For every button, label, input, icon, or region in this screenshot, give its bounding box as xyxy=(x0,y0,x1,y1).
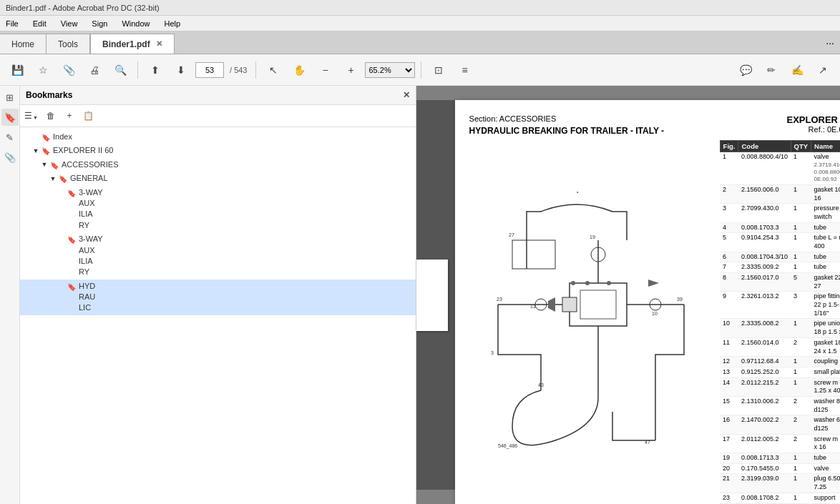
zoom-in-button[interactable]: + xyxy=(339,59,362,81)
cell-name: gasket 10.2 x 16 xyxy=(811,184,840,203)
main-area: ⊞ 🔖 ✎ 📎 Bookmarks ✕ ☰ 🗑 + 📋 🔖 Index ▼ xyxy=(0,86,840,504)
bookmark-icon: 🔖 xyxy=(67,282,76,291)
bookmarks-delete-button[interactable]: 🗑 xyxy=(43,108,59,124)
menu-view[interactable]: View xyxy=(58,18,81,29)
bookmark-icon: 🔖 xyxy=(50,161,59,169)
cell-code: 2.1560.014.0 xyxy=(738,337,791,356)
attach-button[interactable]: 📎 xyxy=(57,59,80,81)
bookmarks-add-button[interactable]: + xyxy=(62,108,77,124)
svg-text:43: 43 xyxy=(538,382,544,387)
table-row: 50.9104.254.31tube L = mm 400 xyxy=(720,233,840,252)
tab-home[interactable]: Home xyxy=(0,34,47,54)
cell-name: pressure switch xyxy=(811,204,840,222)
menu-window[interactable]: Window xyxy=(119,18,152,29)
bookmark-3way-2[interactable]: 🔖 3-WAYAUXILIARY xyxy=(20,232,416,280)
cell-code: 0.9104.254.3 xyxy=(738,233,791,252)
bookmark-hydraulic[interactable]: 🔖 HYDRAULIC xyxy=(20,280,416,315)
cell-name: small plate xyxy=(811,367,840,377)
table-row: 22.1560.006.01gasket 10.2 x 16 xyxy=(720,184,840,203)
menu-edit[interactable]: Edit xyxy=(30,18,49,29)
toolbar: 💾 ☆ 📎 🖨 🔍 ⬆ ⬇ / 543 ↖ ✋ − + 65.2% 50% 75… xyxy=(0,54,840,86)
cell-name: pipe fitting m 22 p 1.5-1 1/16" xyxy=(811,292,840,319)
draw-button[interactable]: ✏ xyxy=(760,59,783,81)
bookmark-icon: 🔖 xyxy=(41,133,50,142)
pdf-section: Section: ACCESSORIES xyxy=(469,114,664,123)
tab-home-label: Home xyxy=(11,39,34,49)
zoom-out-button[interactable]: − xyxy=(313,59,336,81)
tab-tools[interactable]: Tools xyxy=(47,34,90,54)
next-page-button[interactable]: ⬇ xyxy=(170,59,192,81)
zoom-select[interactable]: 65.2% 50% 75% 100% xyxy=(365,62,415,78)
save-button[interactable]: 💾 xyxy=(6,59,29,81)
print-button[interactable]: 🖨 xyxy=(83,59,106,81)
cell-code: 0.008.8800.4/10 xyxy=(738,152,791,185)
page-thumbnail xyxy=(416,260,448,331)
menu-sign[interactable]: Sign xyxy=(89,18,110,29)
bookmark-label: GENERAL xyxy=(70,173,413,184)
expand-icon[interactable] xyxy=(57,235,66,244)
page-number-input[interactable] xyxy=(195,62,224,78)
cell-name: washer 6, d125 xyxy=(811,415,840,434)
expand-icon[interactable]: ▼ xyxy=(31,147,40,155)
sidebar-signatures-icon[interactable]: ✎ xyxy=(1,129,19,146)
bookmarks-panel: Bookmarks ✕ ☰ 🗑 + 📋 🔖 Index ▼ 🔖 EXPLORER… xyxy=(20,86,416,504)
cell-code: 0.170.5455.0 xyxy=(738,463,791,474)
svg-text:546_486: 546_486 xyxy=(498,443,517,449)
sidebar-bookmarks-icon[interactable]: 🔖 xyxy=(1,109,19,126)
cell-qty: 2 xyxy=(791,396,811,415)
cell-fig: 15 xyxy=(720,396,738,415)
expand-icon[interactable]: ▼ xyxy=(49,174,57,183)
document-area: Section: ACCESSORIES HYDRAULIC BREAKING … xyxy=(416,86,841,504)
fit-page-button[interactable]: ⊡ xyxy=(427,59,450,81)
pdf-title-heading: HYDRAULIC BREAKING FOR TRAILER - ITALY - xyxy=(469,126,664,136)
bookmark-index[interactable]: 🔖 Index xyxy=(20,130,416,144)
bookmark-label: EXPLORER II 60 xyxy=(53,145,413,156)
tab-more-button[interactable]: ··· xyxy=(820,34,840,51)
menu-file[interactable]: File xyxy=(3,18,21,29)
bookmarks-menu-button[interactable]: ☰ xyxy=(24,108,40,124)
cell-fig: 8 xyxy=(720,273,738,292)
cell-code: 2.0112.005.2 xyxy=(738,434,791,453)
bookmark-general[interactable]: ▼ 🔖 GENERAL xyxy=(20,172,416,185)
cell-qty: 1 xyxy=(791,463,811,474)
cell-code: 2.1560.017.0 xyxy=(738,273,791,292)
cell-code: 0.008.1703.3 xyxy=(738,222,791,233)
cell-qty: 1 xyxy=(791,233,811,252)
table-row: 142.0112.215.21screw m 8 p 1.25 x 40 xyxy=(720,377,840,396)
svg-text:23: 23 xyxy=(497,297,502,302)
cell-qty: 2 xyxy=(791,434,811,453)
bookmark-button[interactable]: ☆ xyxy=(31,59,54,81)
bookmark-3way-1[interactable]: 🔖 3-WAYAUXILIARY xyxy=(20,186,416,233)
bookmark-accessories[interactable]: ▼ 🔖 ACCESSORIES xyxy=(20,158,416,172)
cell-qty: 2 xyxy=(791,415,811,434)
tab-file[interactable]: Binder1.pdf ✕ xyxy=(90,34,175,54)
expand-icon[interactable] xyxy=(31,133,40,142)
table-row: 162.1470.002.22washer 6, d125 xyxy=(720,415,840,434)
cell-fig: 11 xyxy=(720,337,738,356)
expand-icon[interactable] xyxy=(57,282,66,291)
expand-icon[interactable]: ▼ xyxy=(40,161,49,169)
expand-icon[interactable] xyxy=(57,189,66,197)
share-button[interactable]: ↗ xyxy=(811,59,834,81)
stamp-button[interactable]: ✍ xyxy=(786,59,809,81)
cell-fig: 13 xyxy=(720,367,738,377)
comment-button[interactable]: 💬 xyxy=(734,59,757,81)
bookmark-explorer[interactable]: ▼ 🔖 EXPLORER II 60 xyxy=(20,144,416,157)
cell-qty: 1 xyxy=(791,204,811,222)
pointer-tool[interactable]: ↖ xyxy=(262,59,285,81)
find-button[interactable]: 🔍 xyxy=(109,59,132,81)
col-fig: Fig. xyxy=(720,141,738,152)
bookmarks-properties-button[interactable]: 📋 xyxy=(80,108,96,124)
sidebar-attachments-icon[interactable]: 📎 xyxy=(1,149,19,166)
hand-tool[interactable]: ✋ xyxy=(288,59,311,81)
bookmark-icon: 🔖 xyxy=(41,147,50,155)
cell-name: screw m 8 p 1.25 x 40 xyxy=(811,377,840,396)
bookmarks-close-button[interactable]: ✕ xyxy=(403,90,410,100)
menu-help[interactable]: Help xyxy=(162,18,184,29)
pdf-model-ref: EXPLORER II 60 Ref.: 0E.00.91 xyxy=(787,114,841,134)
scroll-mode-button[interactable]: ≡ xyxy=(453,59,476,81)
sidebar-pages-icon[interactable]: ⊞ xyxy=(1,89,19,106)
prev-page-button[interactable]: ⬆ xyxy=(144,59,167,81)
tab-close-button[interactable]: ✕ xyxy=(156,39,162,49)
cell-fig: 17 xyxy=(720,434,738,453)
